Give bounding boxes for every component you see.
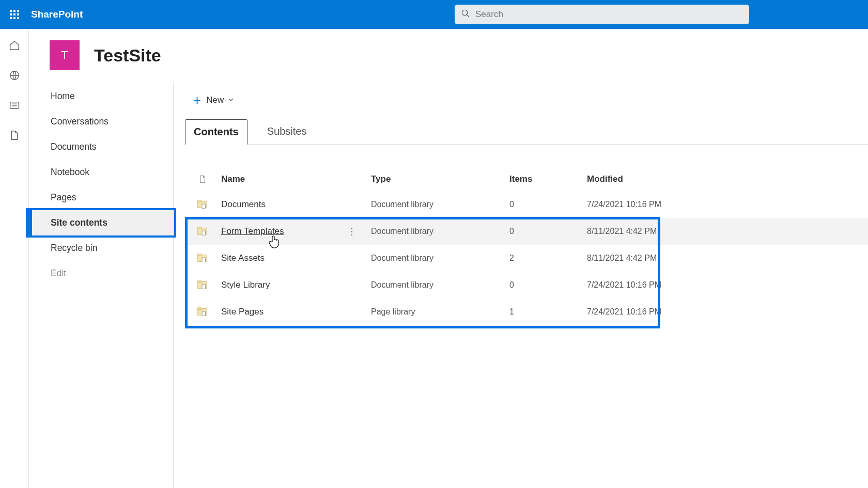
item-type: Document library [371, 254, 509, 263]
tab-strip: Contents Subsites [184, 119, 868, 145]
svg-line-1 [467, 14, 469, 17]
item-type: Document library [371, 280, 509, 290]
new-button-label: New [206, 95, 224, 105]
chevron-down-icon [228, 95, 234, 105]
library-icon [184, 226, 221, 237]
svg-rect-19 [197, 308, 202, 310]
app-rail [0, 29, 29, 488]
search-box[interactable] [455, 5, 749, 24]
column-items[interactable]: Items [509, 174, 587, 184]
tab-contents[interactable]: Contents [185, 119, 247, 145]
svg-rect-14 [202, 258, 205, 262]
rail-home-icon[interactable] [8, 39, 21, 52]
svg-point-0 [462, 10, 468, 15]
rows-container: Documents Document library 0 7/24/2021 1… [184, 191, 868, 325]
column-name[interactable]: Name [221, 174, 371, 184]
contents-list: Name Type Items Modified Documents Docu [184, 167, 868, 325]
nav-pages[interactable]: Pages [29, 185, 173, 210]
item-name[interactable]: Site Pages [221, 307, 264, 317]
item-type: Document library [371, 200, 509, 209]
svg-rect-20 [202, 311, 205, 316]
svg-rect-3 [10, 102, 19, 109]
item-name[interactable]: Style Library [221, 280, 270, 290]
item-name[interactable]: Form Templates [221, 226, 284, 237]
item-name[interactable]: Documents [221, 199, 266, 210]
item-modified: 8/11/2021 4:42 PM [587, 227, 763, 236]
nav-recycle-bin[interactable]: Recycle bin [29, 235, 173, 261]
new-button[interactable]: + New [188, 89, 239, 112]
row-more-button[interactable]: ⋮ [347, 226, 357, 237]
item-count: 1 [509, 307, 587, 317]
nav-documents[interactable]: Documents [29, 134, 173, 160]
app-launcher-button[interactable] [0, 0, 29, 29]
search-region [455, 5, 749, 24]
site-logo[interactable]: T [50, 40, 80, 70]
rail-file-icon[interactable] [8, 129, 21, 141]
brand-label[interactable]: SharePoint [31, 9, 83, 20]
rail-news-icon[interactable] [8, 99, 21, 112]
library-icon [184, 307, 221, 317]
waffle-icon [10, 10, 19, 19]
search-input[interactable] [470, 9, 743, 20]
svg-rect-17 [202, 285, 205, 289]
nav-edit[interactable]: Edit [29, 261, 173, 286]
nav-conversations[interactable]: Conversations [29, 109, 173, 134]
item-modified: 7/24/2021 10:16 PM [587, 200, 763, 209]
svg-rect-11 [202, 231, 205, 235]
item-count: 2 [509, 254, 587, 263]
item-name[interactable]: Site Assets [221, 253, 265, 263]
library-icon [184, 199, 221, 210]
list-row[interactable]: Style Library Document library 0 7/24/20… [184, 272, 868, 298]
list-row[interactable]: Documents Document library 0 7/24/2021 1… [184, 191, 868, 218]
list-row[interactable]: Site Pages Page library 1 7/24/2021 10:1… [184, 298, 868, 325]
nav-site-contents-label: Site contents [51, 217, 107, 228]
library-icon [184, 280, 221, 290]
list-header: Name Type Items Modified [184, 167, 868, 191]
item-type: Document library [371, 227, 509, 236]
site-header: T TestSite [29, 29, 868, 82]
nav-site-contents[interactable]: Site contents [29, 210, 173, 235]
svg-rect-7 [197, 200, 202, 202]
library-icon [184, 253, 221, 263]
item-modified: 8/11/2021 4:42 PM [587, 254, 763, 263]
top-bar: SharePoint [0, 0, 868, 29]
item-modified: 7/24/2021 10:16 PM [587, 307, 763, 317]
site-title[interactable]: TestSite [94, 45, 161, 66]
item-modified: 7/24/2021 10:16 PM [587, 280, 763, 290]
item-count: 0 [509, 280, 587, 290]
column-type[interactable]: Type [371, 174, 509, 184]
plus-icon: + [193, 92, 201, 108]
svg-rect-13 [197, 254, 202, 256]
tab-subsites[interactable]: Subsites [259, 119, 315, 145]
nav-home[interactable]: Home [29, 84, 173, 109]
nav-notebook[interactable]: Notebook [29, 160, 173, 185]
main-content: + New Contents Subsites [174, 82, 868, 488]
svg-rect-8 [202, 204, 205, 208]
item-type: Page library [371, 307, 509, 317]
list-row[interactable]: Site Assets Document library 2 8/11/2021… [184, 245, 868, 272]
column-modified[interactable]: Modified [587, 174, 763, 184]
item-count: 0 [509, 200, 587, 209]
list-row[interactable]: Form Templates ⋮ Document library 0 8/11… [184, 218, 868, 245]
rail-globe-icon[interactable] [8, 69, 21, 82]
svg-rect-16 [197, 281, 202, 283]
svg-rect-10 [197, 227, 202, 229]
item-count: 0 [509, 227, 587, 236]
search-icon [461, 9, 470, 20]
command-bar: + New [184, 82, 868, 119]
column-icon-header [184, 174, 221, 185]
left-nav: Home Conversations Documents Notebook Pa… [29, 82, 174, 488]
